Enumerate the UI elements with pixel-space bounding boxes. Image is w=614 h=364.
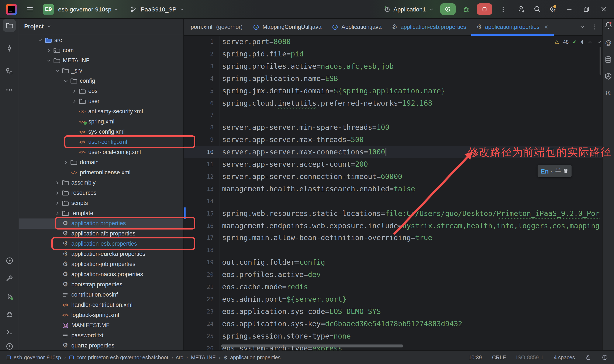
editor-line-20[interactable]: 20eos.profiles.active=dev [184, 269, 602, 281]
code-with-me-button[interactable] [518, 5, 526, 13]
editor-line-2[interactable]: 2spring.pid.file=pid [184, 48, 602, 60]
editor-line-16[interactable]: 16management.endpoints.web.exposure.incl… [184, 220, 602, 232]
tree-item-user-local-config.xml[interactable]: </>user-local-config.xml [19, 147, 184, 157]
settings-button[interactable]: ⚙ [549, 5, 556, 13]
tree-item-logback-spring.xml[interactable]: </>logback-spring.xml [19, 310, 184, 320]
tree-item-sys-config.xml[interactable]: </>sys-config.xml [19, 127, 184, 137]
rail-terminal-button[interactable] [3, 325, 16, 338]
restore-button[interactable] [583, 6, 590, 13]
rail-structure-button[interactable] [3, 65, 16, 78]
chevron-right-icon[interactable] [54, 200, 61, 206]
tab-pom.xml[interactable]: pom.xml(governor) [186, 19, 248, 35]
lock-widget[interactable] [585, 354, 591, 361]
chevron-right-icon[interactable] [54, 179, 61, 186]
chevron-right-icon[interactable] [62, 159, 69, 166]
rail-build-button[interactable] [3, 272, 16, 285]
chevron-down-icon[interactable] [37, 37, 44, 43]
tab-Application.java[interactable]: Application.java [327, 19, 387, 35]
tree-item-application-afc.properties[interactable]: ⚙application-afc.properties [19, 228, 184, 239]
tree-item-template[interactable]: template [19, 208, 184, 218]
editor[interactable]: 1server.port=80802spring.pid.file=pid3sp… [184, 36, 602, 351]
editor-line-3[interactable]: 3spring.profiles.active=nacos,afc,esb,jo… [184, 60, 602, 73]
chevron-down-icon[interactable] [54, 67, 61, 74]
close-icon[interactable]: ✕ [544, 24, 548, 30]
close-button[interactable] [600, 5, 607, 13]
tree-item-_srv[interactable]: _srv [19, 65, 184, 76]
notifications-widget[interactable] [602, 354, 608, 361]
editor-line-19[interactable]: 19out.config.folder=config [184, 256, 602, 269]
tree-item-password.txt[interactable]: password.txt [19, 330, 184, 340]
editor-line-1[interactable]: 1server.port=8080 [184, 36, 602, 48]
tree-item-spring.xml[interactable]: </>spring.xml [19, 117, 184, 127]
editor-line-17[interactable]: 17spring.main.allow-bean-definition-over… [184, 232, 602, 244]
tree-item-application-nacos.properties[interactable]: ⚙application-nacos.properties [19, 269, 184, 279]
tree-item-assembly[interactable]: assembly [19, 178, 184, 188]
rail-project-folder-button[interactable] [3, 19, 16, 32]
chevron-right-icon[interactable] [54, 189, 61, 196]
tab-application-esb.properties[interactable]: ⚙application-esb.properties [387, 19, 471, 35]
tree-item-handler-contribution.xml[interactable]: </>handler-contribution.xml [19, 300, 184, 310]
tree-item-com[interactable]: com [19, 45, 184, 55]
tree-item-eos[interactable]: eos [19, 86, 184, 96]
tree-item-primetonlicense.xml[interactable]: </>primetonlicense.xml [19, 167, 184, 178]
tab-application.properties[interactable]: ⚙application.properties✕ [471, 19, 554, 35]
editor-line-18[interactable]: 18 [184, 244, 602, 257]
rail-run-button[interactable] [3, 254, 16, 267]
minimize-button[interactable] [566, 5, 573, 13]
tree-item-META-INF[interactable]: META-INF [19, 55, 184, 65]
vcs-branch-selector[interactable]: iPaaS910_SP [130, 6, 185, 13]
rail-database-button[interactable] [603, 54, 613, 65]
main-menu-button[interactable] [26, 5, 34, 13]
tree-item-resources[interactable]: resources [19, 188, 184, 198]
editor-line-13[interactable]: 13management.health.elasticsearch.enable… [184, 183, 602, 195]
breadcrumb-esb-governor-910sp[interactable]: esb-governor-910sp [6, 354, 61, 360]
next-problem-chevron-icon[interactable] [597, 39, 602, 45]
tree-item-application-eureka.properties[interactable]: ⚙application-eureka.properties [19, 249, 184, 259]
breadcrumb-com.primeton.esb.governor.esbafcboot[interactable]: com.primeton.esb.governor.esbafcboot [69, 354, 168, 360]
tree-item-contribution.eosinf[interactable]: contribution.eosinf [19, 289, 184, 300]
tree-item-application-esb.properties[interactable]: ⚙application-esb.properties [19, 239, 184, 249]
encoding-widget[interactable]: ISO-8859-1 [516, 354, 544, 360]
rail-debug-button[interactable] [3, 308, 16, 320]
project-selector[interactable]: esb-governor-910sp [58, 6, 111, 13]
breadcrumb-src[interactable]: src [176, 354, 183, 360]
chevron-down-icon[interactable] [45, 57, 52, 64]
rail-spring-button[interactable]: @ [603, 37, 613, 48]
rail-commit-button[interactable] [3, 42, 16, 55]
tree-item-application-job.properties[interactable]: ⚙application-job.properties [19, 259, 184, 269]
caret-position-widget[interactable]: 10:39 [469, 354, 482, 360]
editor-line-6[interactable]: 6spring.cloud.inetutils.preferred-networ… [184, 97, 602, 109]
rerun-button[interactable] [440, 3, 456, 15]
tree-item-src[interactable]: src [19, 35, 184, 45]
tree-item-config[interactable]: config [19, 76, 184, 86]
editor-line-8[interactable]: 8server.app-server.min-spare-threads=100 [184, 122, 602, 134]
chevron-right-icon[interactable] [71, 88, 78, 94]
tree-item-application.properties[interactable]: ⚙application.properties [19, 218, 184, 228]
chevron-down-icon[interactable] [62, 78, 69, 84]
horizontal-scrollbar[interactable] [221, 344, 403, 348]
editor-line-14[interactable]: 14 [184, 195, 602, 207]
tree-item-bootstrap.properties[interactable]: ⚙bootstrap.properties [19, 279, 184, 289]
tab-options-icon[interactable] [591, 24, 598, 30]
indent-widget[interactable]: 4 spaces [554, 354, 575, 360]
tab-list-chevron-icon[interactable] [579, 24, 586, 30]
tree-item-MANIFEST.MF[interactable]: MMANIFEST.MF [19, 320, 184, 330]
vertical-scrollbar[interactable] [600, 47, 601, 75]
editor-line-9[interactable]: 9server.app-server.max-threads=500 [184, 134, 602, 146]
more-actions-button[interactable] [500, 6, 506, 13]
breadcrumb-application.properties[interactable]: ⚙application.properties [223, 354, 280, 360]
tree-item-domain[interactable]: domain [19, 157, 184, 167]
editor-line-25[interactable]: 25spring.session.store-type=none [184, 330, 602, 342]
editor-line-4[interactable]: 4spring.application.name=ESB [184, 72, 602, 85]
editor-line-21[interactable]: 21eos.cache.mode=redis [184, 281, 602, 293]
search-everywhere-button[interactable] [533, 5, 541, 13]
breadcrumb-META-INF[interactable]: META-INF [191, 354, 216, 360]
chevron-right-icon[interactable] [54, 210, 61, 217]
tree-item-quartz.properties[interactable]: ⚙quartz.properties [19, 340, 184, 351]
editor-line-24[interactable]: 24eos.application.sys-key=dc6baaed30e541… [184, 318, 602, 330]
rail-notifications-button[interactable] [603, 20, 613, 31]
rail-dependencies-button[interactable] [603, 71, 613, 81]
tree-item-scripts[interactable]: scripts [19, 198, 184, 208]
chevron-right-icon[interactable] [45, 47, 52, 54]
chevron-right-icon[interactable] [71, 98, 78, 104]
